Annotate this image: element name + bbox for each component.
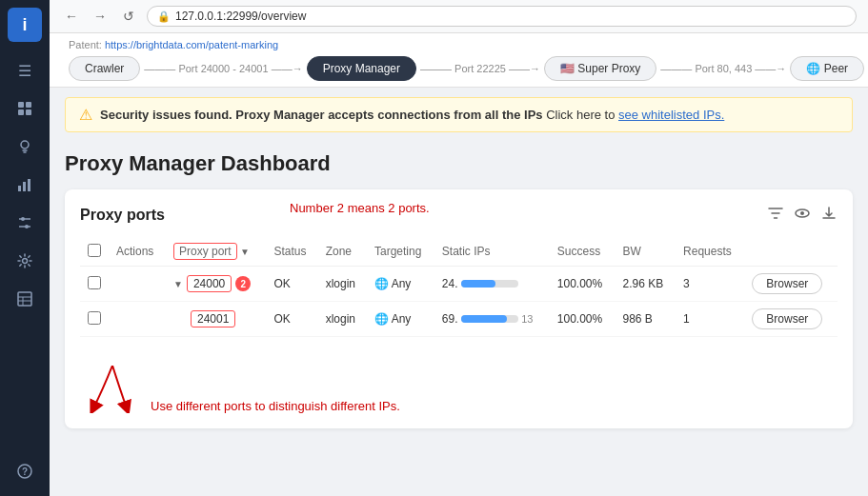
svg-point-11 — [25, 225, 29, 228]
th-type — [744, 237, 838, 267]
sort-indicator: ▼ — [240, 247, 250, 257]
forward-button[interactable]: → — [90, 6, 111, 27]
svg-rect-1 — [26, 102, 31, 108]
row1-static-ips: 24. — [434, 267, 550, 302]
th-zone: Zone — [318, 237, 367, 267]
row2-requests: 1 — [676, 302, 744, 337]
svg-point-9 — [21, 217, 25, 221]
row2-actions — [109, 302, 166, 337]
sidebar-logo: i — [8, 8, 42, 42]
pipeline-arrow-4: → — [864, 63, 868, 74]
svg-point-20 — [800, 211, 804, 215]
pipeline-node-proxy-manager: Proxy Manager — [307, 56, 416, 81]
whitelisted-ips-link[interactable]: see whitelisted IPs. — [618, 108, 724, 122]
row2-status: OK — [266, 302, 317, 337]
row2-port: 24001 — [166, 302, 266, 337]
row1-zone: xlogin — [318, 267, 367, 302]
row1-browser-button[interactable]: Browser — [752, 273, 822, 294]
row1-bw: 2.96 KB — [615, 267, 676, 302]
sidebar-item-menu[interactable]: ☰ — [6, 53, 44, 88]
static-ip-bar-2 — [461, 315, 518, 323]
annotation-arrow-bottom — [84, 366, 141, 413]
th-success: Success — [550, 237, 616, 267]
proxy-ports-card: Proxy ports Number 2 means 2 ports. — [65, 189, 853, 428]
pipeline-arrow-1: ——— Port 24000 - 24001 ——→ — [140, 63, 306, 74]
row2-zone: xlogin — [318, 302, 367, 337]
proxy-table: Actions Proxy port ▼ Status Zone Targeti… — [80, 237, 838, 337]
svg-point-12 — [23, 259, 28, 264]
table-row: ▼ 24000 2 OK xlogin 🌐 Any 24. — [80, 267, 838, 302]
sidebar-item-sliders[interactable] — [6, 206, 44, 240]
row2-static-ips: 69. 13 — [434, 302, 550, 337]
sidebar-item-table[interactable] — [6, 282, 44, 316]
sidebar-item-overview[interactable] — [6, 91, 44, 126]
svg-rect-7 — [28, 179, 30, 191]
svg-rect-5 — [18, 186, 21, 191]
pipeline-section: Patent: https://brightdata.com/patent-ma… — [50, 33, 868, 88]
annotation-top: Number 2 means 2 ports. — [290, 201, 430, 215]
svg-rect-3 — [26, 109, 31, 115]
card-actions — [767, 205, 838, 226]
row1-status: OK — [266, 267, 317, 302]
filter-button[interactable] — [767, 205, 784, 226]
dashboard-title: Proxy Manager Dashboard — [65, 151, 853, 176]
th-actions: Actions — [109, 237, 166, 267]
th-status: Status — [266, 237, 317, 267]
row2-checkbox[interactable] — [88, 311, 101, 325]
th-static-ips: Static IPs — [434, 237, 550, 267]
pipeline-node-crawler: Crawler — [69, 56, 140, 81]
patent-link: Patent: https://brightdata.com/patent-ma… — [69, 39, 849, 50]
refresh-button[interactable]: ↺ — [118, 6, 139, 27]
address-bar[interactable]: 🔒 127.0.0.1:22999/overview — [147, 6, 857, 27]
pipeline-node-super-proxy: 🇺🇸 Super Proxy — [544, 56, 656, 81]
expand-icon[interactable]: ▼ — [173, 279, 183, 289]
table-row: 24001 OK xlogin 🌐 Any 69. — [80, 302, 838, 337]
browser-bar: ← → ↺ 🔒 127.0.0.1:22999/overview — [50, 0, 868, 33]
card-header: Proxy ports Number 2 means 2 ports. — [80, 205, 838, 226]
row2-targeting: 🌐 Any — [367, 302, 434, 337]
sidebar-item-bulb[interactable] — [6, 129, 44, 164]
row1-actions — [109, 267, 166, 302]
row2-bw: 986 B — [615, 302, 676, 337]
row1-requests: 3 — [676, 267, 744, 302]
static-ip-bar — [461, 280, 518, 288]
download-button[interactable] — [820, 205, 838, 226]
svg-rect-2 — [18, 109, 24, 115]
alert-bar: ⚠ Security issues found. Proxy Manager a… — [65, 97, 853, 132]
svg-rect-13 — [18, 292, 31, 306]
lock-icon: 🔒 — [157, 10, 171, 23]
th-bw: BW — [615, 237, 676, 267]
port-value: 24000 — [187, 275, 232, 292]
row1-checkbox[interactable] — [88, 276, 101, 289]
row2-browser-button[interactable]: Browser — [752, 308, 822, 329]
svg-rect-0 — [18, 102, 24, 108]
row1-success: 100.00% — [550, 267, 616, 302]
svg-text:?: ? — [22, 466, 28, 477]
sidebar-item-gear[interactable] — [6, 244, 44, 278]
card-title: Proxy ports — [80, 207, 165, 224]
th-requests: Requests — [676, 237, 744, 267]
port-badge: 2 — [235, 276, 251, 291]
alert-icon: ⚠ — [79, 106, 92, 124]
row1-targeting: 🌐 Any — [367, 267, 434, 302]
row1-port: ▼ 24000 2 — [166, 267, 266, 302]
th-targeting: Targeting — [367, 237, 434, 267]
back-button[interactable]: ← — [61, 6, 82, 27]
select-all-checkbox[interactable] — [88, 244, 101, 257]
sidebar-item-help[interactable]: ? — [6, 454, 44, 488]
pipeline: Crawler ——— Port 24000 - 24001 ——→ Proxy… — [69, 56, 849, 81]
row1-type: Browser — [744, 267, 838, 302]
sidebar-item-chart[interactable] — [6, 168, 44, 202]
row2-success: 100.00% — [550, 302, 616, 337]
main-content: ← → ↺ 🔒 127.0.0.1:22999/overview Patent:… — [50, 0, 868, 496]
url-text: 127.0.0.1:22999/overview — [175, 10, 306, 23]
svg-point-4 — [21, 141, 29, 149]
sidebar: i ☰ ? — [0, 0, 50, 496]
port-value-2: 24001 — [191, 310, 235, 327]
alert-text: Security issues found. Proxy Manager acc… — [100, 108, 724, 122]
patent-url[interactable]: https://brightdata.com/patent-marking — [105, 39, 278, 50]
eye-button[interactable] — [794, 205, 811, 226]
content-area: Proxy Manager Dashboard Proxy ports Numb… — [50, 142, 868, 496]
svg-rect-6 — [23, 182, 26, 191]
annotation-bottom: Use different ports to distinguish diffe… — [151, 399, 400, 413]
